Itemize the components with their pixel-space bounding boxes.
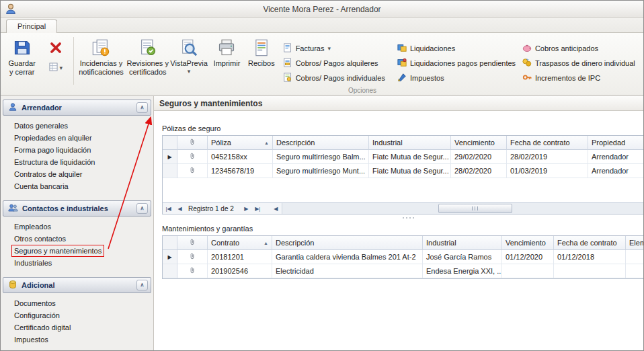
impuestos-button[interactable]: Impuestos [397,73,514,83]
pager-prev-button[interactable]: ◀ [174,206,186,212]
scrollbar-thumb[interactable] [438,204,512,213]
column-header-vencimiento[interactable]: Vencimiento [502,236,554,250]
sidebar-item-forma-pago-liquidacion[interactable]: Forma pago liquidación [11,144,93,156]
ribbon-column-cobros: Cobros anticipados Traspasos de dinero i… [517,35,643,87]
cell-industrial[interactable]: José García Ramos [423,250,502,264]
cell-fecha-contrato[interactable] [554,264,626,278]
list-icon [49,63,58,73]
sidebar-item-cuenta-bancaria[interactable]: Cuenta bancaria [11,180,71,192]
cobros-individuales-label: Cobros/ Pagos individuales [296,74,385,82]
cell-vencimiento[interactable]: 01/12/2020 [502,250,554,264]
hscroll-left-button[interactable]: ◀ [270,206,282,212]
attachment-cell[interactable] [177,264,208,278]
cell-vencimiento[interactable]: 28/02/2020 [451,164,507,178]
cobros-anticipados-button[interactable]: Cobros anticipados [522,43,641,54]
cobros-pagos-alquileres-button[interactable]: Cobros/ Pagos alquileres [283,58,389,69]
attachment-cell[interactable] [177,250,208,264]
sidebar-group-header-arrendador[interactable]: Arrendador ∧ [3,100,151,116]
chevron-up-icon[interactable]: ∧ [136,203,148,214]
cell-poliza[interactable]: 12345678/19 [208,164,273,178]
sidebar-item-documentos[interactable]: Documentos [11,297,58,309]
cell-vencimiento[interactable] [502,264,554,278]
cobros-pagos-individuales-button[interactable]: Cobros/ Pagos individuales [283,73,389,83]
sidebar-item-seguros-y-mantenimientos[interactable]: Seguros y mantenimientos [11,245,104,257]
cell-fecha-contrato[interactable]: 01/12/2018 [554,250,626,264]
cell-fecha-contrato[interactable]: 01/03/2019 [507,164,588,178]
column-header-contrato[interactable]: Contrato▲ [208,236,272,250]
cell-descripcion[interactable]: Electricidad [272,264,423,278]
cell-descripcion[interactable]: Seguro multirriesgo Balm... [273,150,369,164]
attachment-cell[interactable] [177,150,208,164]
column-header-descripcion[interactable]: Descripción [272,236,423,250]
cell-descripcion[interactable]: Garantia caldera vivienda Balmes 201 At-… [272,250,423,264]
cell-contrato[interactable]: 20181201 [208,250,272,264]
incrementos-ipc-button[interactable]: Incrementos de IPC [522,73,641,83]
vistaprevia-button[interactable]: VistaPrevia ▾ [169,35,208,87]
sidebar-item-configuracion[interactable]: Configuración [11,309,63,321]
cell-poliza[interactable]: 0452158xx [208,150,273,164]
traspasos-button[interactable]: Traspasos de dinero individual [522,58,641,69]
paperclip-icon [188,251,196,262]
window-title: Vicente Mora Perez - Arrendador [1,5,643,14]
cell-elemento[interactable] [626,250,643,264]
pager-next-button[interactable]: ▶ [241,206,252,212]
cell-industrial[interactable]: Fiatc Mutua de Segur... [369,164,451,178]
column-header-propiedad[interactable]: Propiedad [588,136,643,150]
sidebar-item-datos-generales[interactable]: Datos generales [11,120,71,132]
ribbon-column-liquidaciones: Liquidaciones Liquidaciones pagos pendie… [392,35,517,87]
sidebar-item-industriales[interactable]: Industriales [11,257,54,269]
sidebar-item-estructura-de-liquidacion[interactable]: Estructura de liquidación [11,156,97,168]
sidebar-item-certificado-digital[interactable]: Certificado digital [11,321,73,334]
horizontal-scrollbar[interactable] [282,203,643,214]
sidebar-item-empleados[interactable]: Empleados [11,221,54,233]
chevron-up-icon[interactable]: ∧ [136,280,148,290]
liquidaciones-pendientes-button[interactable]: Liquidaciones pagos pendientes [397,58,514,69]
cell-propiedad[interactable]: Arrendador [588,150,643,164]
column-header-industrial[interactable]: Industrial [369,136,451,150]
liquidaciones-icon [397,43,407,54]
attachment-cell[interactable] [177,164,208,178]
attachment-column-header[interactable] [177,236,208,250]
column-header-descripcion[interactable]: Descripción [273,136,369,150]
column-header-fecha-contrato[interactable]: Fecha de contrato [554,236,626,250]
cell-industrial[interactable]: Fiatc Mutua de Segur... [369,150,451,164]
recibos-button[interactable]: Recibos [245,35,277,87]
liquidaciones-label: Liquidaciones [410,44,455,52]
liquidaciones-button[interactable]: Liquidaciones [397,43,514,54]
incidencias-button[interactable]: Incidencias y notificaciones [77,35,126,87]
splitter-handle[interactable] [162,216,643,219]
chevron-up-icon[interactable]: ∧ [136,102,148,113]
pager-last-button[interactable]: ▶| [252,206,264,212]
cell-descripcion[interactable]: Seguro multirriesgo Munt... [273,164,369,178]
paperclip-icon [188,266,196,276]
sidebar-item-impuestos[interactable]: Impuestos [11,334,51,346]
revisiones-button[interactable]: Revisiones y certificados [126,35,169,87]
column-header-industrial[interactable]: Industrial [423,236,502,250]
sidebar-item-contratos-de-alquiler[interactable]: Contratos de alquiler [11,168,85,180]
column-header-vencimiento[interactable]: Vencimiento [451,136,507,150]
column-header-poliza[interactable]: Póliza▲ [208,136,273,150]
delete-button[interactable] [48,40,63,55]
sidebar-item-propiedades-en-alquiler[interactable]: Propiedades en alquiler [11,132,95,144]
cell-elemento[interactable] [626,264,643,278]
cell-contrato[interactable]: 201902546 [208,264,272,278]
tab-principal[interactable]: Principal [6,20,57,33]
sidebar-item-otros-contactos[interactable]: Otros contactos [11,233,69,245]
guardar-y-cerrar-button[interactable]: Guardar y cerrar [3,35,40,87]
sidebar-group-header-adicional[interactable]: Adicional ∧ [3,277,151,293]
sidebar-group-header-contactos[interactable]: Contactos e industriales ∧ [3,200,151,217]
attachment-column-header[interactable] [177,136,208,150]
cell-propiedad[interactable]: Arrendador [588,164,643,178]
cell-fecha-contrato[interactable]: 28/02/2019 [507,150,588,164]
facturas-button[interactable]: Facturas ▾ [283,43,389,54]
list-dropdown-button[interactable]: ▾ [46,61,65,75]
ipc-key-icon [522,73,532,83]
column-header-fecha-contrato[interactable]: Fecha de contrato [507,136,588,150]
cell-industrial[interactable]: Endesa Energia XXI, ... [423,264,502,278]
cell-vencimiento[interactable]: 29/02/2020 [451,150,507,164]
column-header-elemento[interactable]: Eleme... [626,236,643,250]
imprimir-button[interactable]: Imprimir [208,35,245,87]
pager-first-button[interactable]: |◀ [163,206,174,212]
row-pointer: ▶ [163,150,177,164]
dropdown-icon: ▾ [188,69,191,75]
